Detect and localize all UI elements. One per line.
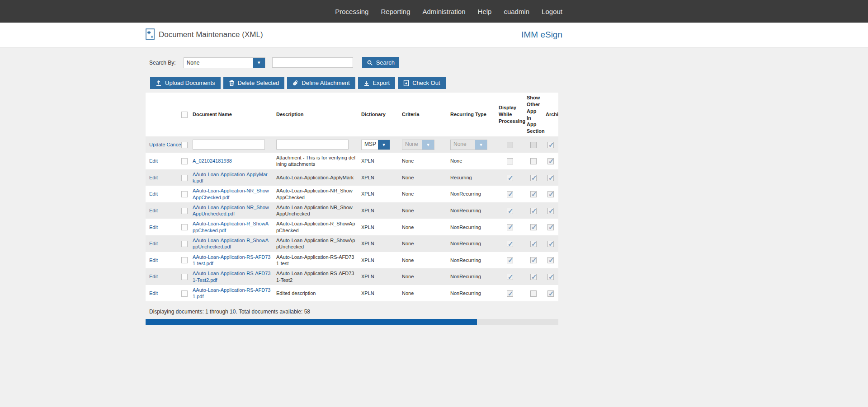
archive-checkbox[interactable] (547, 224, 554, 230)
display-while-processing-checkbox[interactable] (507, 274, 513, 280)
header-display-while-processing[interactable]: Display While Processing (496, 93, 524, 136)
edit-link[interactable]: Edit (149, 241, 158, 246)
archive-checkbox[interactable] (547, 191, 554, 197)
export-button[interactable]: Export (358, 77, 396, 89)
document-name-link[interactable]: AAuto-Loan-Application-R_ShowAppUnchecke… (193, 238, 269, 249)
trash-icon (229, 80, 235, 86)
display-while-processing-checkbox[interactable] (507, 158, 513, 164)
search-by-dropdown[interactable]: None (184, 57, 265, 68)
show-other-app-checkbox[interactable] (530, 241, 537, 247)
delete-selected-button[interactable]: Delete Selected (223, 77, 285, 89)
document-name-link[interactable]: AAuto-Loan-Application-NR_ShowAppUncheck… (193, 205, 269, 216)
chevron-down-icon[interactable] (378, 140, 390, 150)
nav-item-processing[interactable]: Processing (335, 8, 368, 15)
archive-checkbox[interactable] (547, 290, 554, 297)
upload-documents-button[interactable]: Upload Documents (150, 77, 221, 89)
update-link[interactable]: Update (149, 142, 165, 147)
header-recurring-type[interactable]: Recurring Type (448, 93, 496, 136)
update-row: Update Cancel MSP (146, 136, 558, 153)
archive-checkbox[interactable] (547, 257, 554, 263)
row-checkbox[interactable] (181, 191, 188, 197)
edit-link[interactable]: Edit (149, 290, 158, 296)
nav-item-logout[interactable]: Logout (542, 8, 562, 15)
archive-checkbox[interactable] (547, 208, 554, 214)
main-content: Search By: None Search Upload DocumentsD… (0, 47, 868, 325)
show-other-app-checkbox[interactable] (530, 274, 537, 280)
archive-checkbox[interactable] (547, 241, 554, 247)
header-description[interactable]: Description (274, 93, 359, 136)
nav-item-administration[interactable]: Administration (423, 8, 466, 15)
row-checkbox[interactable] (181, 241, 188, 247)
edit-link[interactable]: Edit (149, 257, 158, 263)
display-while-processing-checkbox[interactable] (507, 208, 513, 214)
document-name-link[interactable]: AAuto-Loan-Application-RS-AFD731.pdf (193, 287, 270, 299)
edit-link[interactable]: Edit (149, 191, 158, 196)
row-checkbox[interactable] (181, 224, 188, 230)
document-name-input[interactable] (193, 140, 265, 150)
table-body: Update Cancel MSP (146, 136, 558, 301)
search-button[interactable]: Search (362, 57, 399, 68)
edit-link[interactable]: Edit (149, 208, 158, 213)
row-checkbox[interactable] (181, 274, 188, 280)
check-out-button[interactable]: Check Out (398, 77, 445, 89)
document-name-link[interactable]: AAuto-Loan-Application-RS-AFD731-test.pd… (193, 254, 270, 266)
dictionary-value: XPLN (359, 153, 399, 169)
nav-item-cuadmin[interactable]: cuadmin (504, 8, 529, 15)
description-input[interactable] (276, 140, 349, 150)
header-archive[interactable]: Archive (543, 93, 558, 136)
archive-checkbox[interactable] (547, 274, 554, 280)
scrollbar-thumb[interactable] (146, 319, 477, 325)
header-document-name[interactable]: Document Name (190, 93, 274, 136)
edit-link[interactable]: Edit (149, 158, 158, 164)
dictionary-value: XPLN (359, 235, 399, 252)
show-other-app-checkbox[interactable] (530, 257, 537, 263)
display-while-processing-checkbox[interactable] (507, 224, 513, 230)
row-checkbox[interactable] (181, 290, 188, 297)
nav-item-help[interactable]: Help (478, 8, 492, 15)
edit-link[interactable]: Edit (149, 175, 158, 180)
display-while-processing-checkbox[interactable] (507, 191, 513, 197)
document-name-link[interactable]: AAuto-Loan-Application-NR_ShowAppChecked… (193, 188, 269, 200)
display-while-processing-checkbox[interactable] (507, 241, 513, 247)
display-while-processing-checkbox[interactable] (507, 257, 513, 263)
define-attachment-button[interactable]: Define Attachment (287, 77, 355, 89)
brand-logo: IMM eSign (521, 30, 562, 40)
edit-link[interactable]: Edit (149, 274, 158, 279)
documents-table: Document Name Description Dictionary Cri… (146, 93, 558, 301)
cancel-link[interactable]: Cancel (167, 142, 182, 147)
horizontal-scrollbar[interactable] (146, 319, 558, 325)
document-name-link[interactable]: AAuto-Loan-Application-RS-AFD731-Test2.p… (193, 271, 270, 282)
display-while-processing-checkbox[interactable] (507, 290, 513, 297)
chevron-down-icon[interactable] (253, 58, 265, 68)
edit-link[interactable]: Edit (149, 225, 158, 230)
show-other-app-checkbox[interactable] (530, 191, 537, 197)
show-other-app-checkbox[interactable] (530, 290, 537, 297)
show-other-app-checkbox[interactable] (530, 224, 537, 230)
row-checkbox[interactable] (181, 175, 188, 181)
search-input[interactable] (272, 57, 353, 68)
document-name-link[interactable]: A_021024181938 (193, 158, 232, 164)
archive-checkbox[interactable] (547, 175, 554, 181)
document-description: AAuto-Loan-Application-NR_ShowAppUncheck… (274, 202, 359, 219)
header-dictionary[interactable]: Dictionary (359, 93, 399, 136)
row-checkbox[interactable] (181, 142, 188, 148)
dictionary-dropdown[interactable]: MSP (361, 140, 390, 150)
archive-checkbox[interactable] (547, 158, 554, 164)
select-all-checkbox[interactable] (181, 112, 188, 118)
show-other-app-checkbox[interactable] (530, 142, 537, 148)
row-checkbox[interactable] (181, 208, 188, 214)
header-criteria[interactable]: Criteria (399, 93, 448, 136)
archive-checkbox[interactable] (547, 142, 554, 148)
nav-item-reporting[interactable]: Reporting (381, 8, 410, 15)
display-while-processing-checkbox[interactable] (507, 175, 513, 181)
criteria-value: None (399, 186, 448, 202)
document-name-link[interactable]: AAuto-Loan-Application-R_ShowAppChecked.… (193, 221, 269, 233)
header-show-other-app[interactable]: Show Other App In App Section (524, 93, 543, 136)
show-other-app-checkbox[interactable] (530, 175, 537, 181)
show-other-app-checkbox[interactable] (530, 158, 537, 164)
row-checkbox[interactable] (181, 158, 188, 164)
document-name-link[interactable]: AAuto-Loan-Application-ApplyMark.pdf (193, 172, 268, 183)
display-while-processing-checkbox[interactable] (507, 142, 513, 148)
row-checkbox[interactable] (181, 257, 188, 263)
show-other-app-checkbox[interactable] (530, 208, 537, 214)
